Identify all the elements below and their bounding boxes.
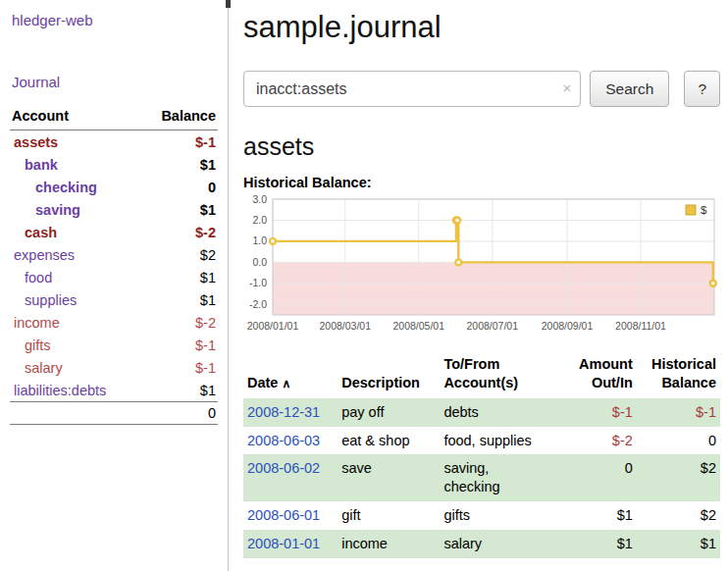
pane-splitter-handle[interactable] <box>226 0 231 8</box>
y-axis-tick-label: -1.0 <box>249 277 267 288</box>
register-date-link[interactable]: 2008-06-02 <box>247 460 320 476</box>
register-description-cell: gift <box>338 501 440 530</box>
register-amount-cell: $-2 <box>568 427 637 455</box>
sidebar-account-balance: 0 <box>140 176 218 198</box>
y-axis-tick-label: 3.0 <box>252 193 267 205</box>
sidebar-account-link[interactable]: expenses <box>12 247 75 263</box>
legend-color-swatch <box>686 205 696 215</box>
y-axis-tick-label: -2.0 <box>249 298 267 310</box>
account-name-cell: gifts <box>10 334 140 356</box>
register-header-date[interactable]: Date∧ <box>243 353 338 398</box>
sidebar-account-link[interactable]: assets <box>12 134 58 150</box>
register-date-cell: 2008-06-03 <box>243 427 338 455</box>
data-point-marker <box>455 259 461 265</box>
sidebar-account-balance: $-1 <box>140 130 218 154</box>
nav-journal-link[interactable]: Journal <box>12 74 218 90</box>
account-row: liabilities:debts$1 <box>10 379 218 402</box>
register-date-link[interactable]: 2008-06-01 <box>247 507 320 523</box>
sidebar-account-link[interactable]: supplies <box>12 292 77 308</box>
page-title: sample.journal <box>243 10 720 45</box>
sidebar-account-balance: $1 <box>140 266 218 288</box>
sidebar-account-link[interactable]: bank <box>12 157 58 173</box>
historical-balance-chart: 2008/01/012008/03/012008/05/012008/07/01… <box>243 193 719 342</box>
sidebar-account-link[interactable]: gifts <box>12 337 51 353</box>
x-axis-tick-label: 2008/11/01 <box>615 320 666 332</box>
accounts-total-value: 0 <box>140 402 218 425</box>
sidebar-account-link[interactable]: cash <box>12 225 57 240</box>
account-name-cell: supplies <box>10 288 140 311</box>
register-amount-cell: $1 <box>568 530 637 558</box>
account-row: saving$1 <box>10 198 218 221</box>
data-point-marker <box>454 218 460 224</box>
clear-search-icon[interactable]: × <box>562 80 571 95</box>
register-row: 2008-06-03eat & shopfood, supplies$-20 <box>243 427 720 455</box>
main-content: sample.journal × Search ? assets Histori… <box>229 0 728 571</box>
account-name-cell: saving <box>10 198 140 221</box>
register-description-cell: pay off <box>338 398 440 427</box>
app-title-link[interactable]: hledger-web <box>12 12 218 28</box>
sidebar-account-link[interactable]: liabilities:debts <box>12 383 106 398</box>
search-button[interactable]: Search <box>590 71 669 107</box>
register-row: 2008-06-02savesaving, checking0$2 <box>243 454 720 501</box>
account-row: gifts$-1 <box>10 334 218 356</box>
sidebar-account-balance: $1 <box>140 288 218 311</box>
help-button[interactable]: ? <box>684 71 720 107</box>
sort-ascending-icon: ∧ <box>282 377 290 390</box>
sidebar-account-link[interactable]: checking <box>12 180 97 195</box>
register-amount-cell: $-1 <box>568 398 637 427</box>
register-row: 2008-06-01giftgifts$1$2 <box>243 501 720 530</box>
data-point-marker <box>270 238 276 244</box>
sidebar-account-link[interactable]: income <box>12 315 60 331</box>
x-axis-tick-label: 2008/01/01 <box>247 320 299 332</box>
sidebar-account-balance: $-2 <box>140 311 218 334</box>
account-row: supplies$1 <box>10 288 218 311</box>
y-axis-tick-label: 1.0 <box>252 234 267 246</box>
account-name-cell: liabilities:debts <box>10 379 140 402</box>
register-amount-cell: $1 <box>568 501 637 530</box>
account-name-cell: food <box>10 266 140 288</box>
sidebar-account-balance: $1 <box>140 153 218 176</box>
sidebar-account-link[interactable]: salary <box>12 360 63 376</box>
sidebar-account-balance: $-1 <box>140 334 218 356</box>
account-name-cell: salary <box>10 356 140 379</box>
sidebar: hledger-web Journal Account Balance asse… <box>0 0 229 571</box>
y-axis-tick-label: 0.0 <box>252 256 267 268</box>
sidebar-account-link[interactable]: food <box>12 270 52 286</box>
accounts-table: Account Balance assets$-1bank$1checking0… <box>10 105 218 425</box>
account-name-cell: cash <box>10 221 140 243</box>
account-name-cell: assets <box>10 130 140 154</box>
register-description-cell: eat & shop <box>338 427 440 455</box>
sidebar-account-balance: $-2 <box>140 221 218 243</box>
register-date-link[interactable]: 2008-01-01 <box>247 536 320 551</box>
register-date-cell: 2008-06-02 <box>243 454 338 501</box>
register-date-cell: 2008-01-01 <box>243 530 338 558</box>
accounts-total-row: 0 <box>10 402 218 425</box>
sidebar-account-link[interactable]: saving <box>12 202 80 218</box>
account-name-cell: income <box>10 311 140 334</box>
search-input[interactable] <box>243 71 581 107</box>
register-date-link[interactable]: 2008-06-03 <box>247 433 320 448</box>
register-header-balance: Historical Balance <box>637 353 720 398</box>
register-header-description: Description <box>338 353 440 398</box>
register-header-accounts: To/From Account(s) <box>440 353 567 398</box>
register-date-cell: 2008-06-01 <box>243 501 338 530</box>
account-name-cell: expenses <box>10 243 140 266</box>
account-row: bank$1 <box>10 153 218 176</box>
accounts-header-row: Account Balance <box>10 105 218 130</box>
register-header-row: Date∧ Description To/From Account(s) Amo… <box>243 353 720 398</box>
register-accounts-cell: saving, checking <box>440 454 567 501</box>
register-row: 2008-12-31pay offdebts$-1$-1 <box>243 398 720 427</box>
register-date-link[interactable]: 2008-12-31 <box>247 404 320 420</box>
x-axis-tick-label: 2008/05/01 <box>392 320 444 332</box>
account-row: food$1 <box>10 266 218 288</box>
register-accounts-cell: debts <box>440 398 567 427</box>
account-section-title: assets <box>243 132 720 161</box>
register-amount-cell: 0 <box>568 454 637 501</box>
register-balance-cell: $-1 <box>637 398 720 427</box>
register-accounts-cell: gifts <box>440 501 567 530</box>
account-name-cell: bank <box>10 153 140 176</box>
register-balance-cell: $2 <box>637 501 720 530</box>
register-row: 2008-01-01incomesalary$1$1 <box>243 530 720 558</box>
sidebar-account-balance: $-1 <box>140 356 218 379</box>
accounts-total-spacer <box>10 402 140 425</box>
